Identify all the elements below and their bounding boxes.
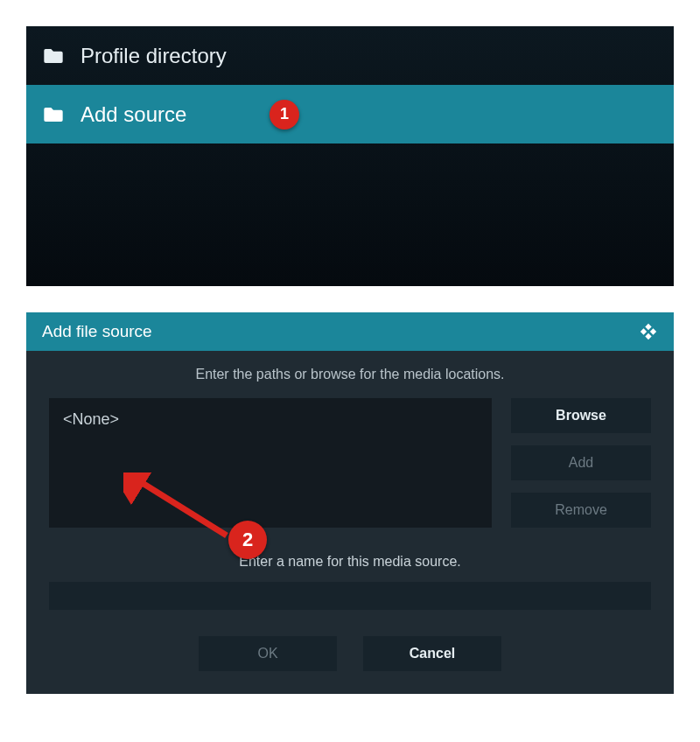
path-value: <None> xyxy=(63,410,119,428)
ok-button[interactable]: OK xyxy=(199,636,337,671)
remove-button[interactable]: Remove xyxy=(511,493,651,528)
list-item-add-source[interactable]: Add source 1 xyxy=(26,85,674,144)
dialog-footer-buttons: OK Cancel xyxy=(49,636,651,671)
svg-line-0 xyxy=(134,478,227,536)
add-button[interactable]: Add xyxy=(511,445,651,480)
annotation-badge-1: 1 xyxy=(270,100,299,130)
cancel-button[interactable]: Cancel xyxy=(363,636,501,671)
source-list-panel: Profile directory Add source 1 xyxy=(26,26,674,286)
browse-button[interactable]: Browse xyxy=(511,398,651,433)
side-buttons: Browse Add Remove xyxy=(511,398,651,528)
list-item-label: Add source xyxy=(80,102,186,127)
folder-icon xyxy=(44,49,63,63)
folder-icon xyxy=(44,108,63,122)
name-instruction: Enter a name for this media source. xyxy=(49,554,651,570)
add-file-source-dialog: Add file source Enter the paths or brows… xyxy=(26,312,674,694)
paths-instruction: Enter the paths or browse for the media … xyxy=(49,367,651,382)
dialog-title: Add file source xyxy=(42,322,152,341)
kodi-logo-icon xyxy=(639,322,658,341)
list-item-profile-directory[interactable]: Profile directory xyxy=(26,26,674,85)
paths-input-box[interactable]: <None> 2 xyxy=(49,398,492,528)
dialog-titlebar: Add file source xyxy=(26,312,674,351)
list-item-label: Profile directory xyxy=(80,44,227,68)
source-name-input[interactable] xyxy=(49,582,651,610)
